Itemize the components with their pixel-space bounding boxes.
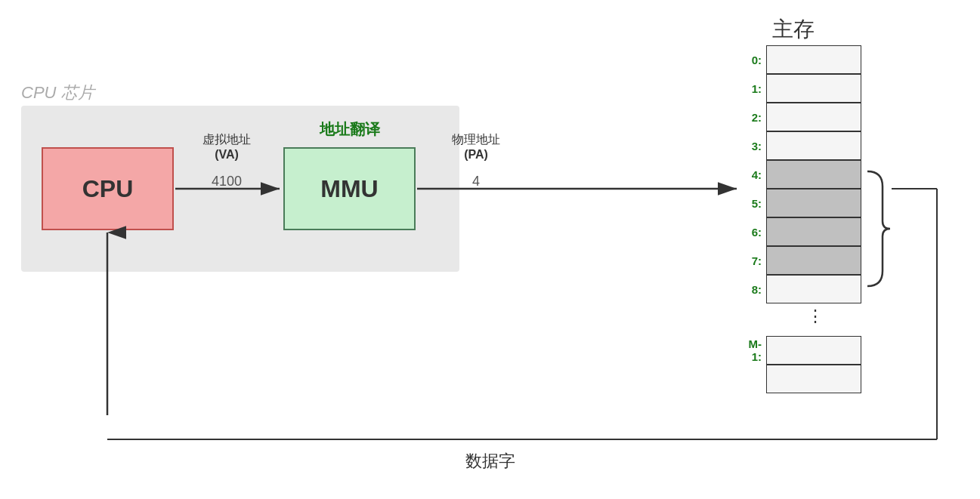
pa-value: 4 — [446, 174, 506, 189]
memory-row-label: 2: — [740, 103, 765, 131]
memory-row-cell — [766, 131, 861, 160]
memory-row: 8: — [740, 275, 861, 303]
memory-row-label: 1: — [740, 74, 765, 103]
memory-row-cell — [766, 160, 861, 189]
memory-row-m1-cell-bottom — [766, 365, 861, 393]
va-text: 虚拟地址 — [181, 132, 272, 148]
memory-row-label: 3: — [740, 131, 765, 160]
memory-row-label: 5: — [740, 189, 765, 217]
diagram-container: CPU 芯片 CPU 地址翻译 MMU 虚拟地址 (VA) 4100 物理地址 … — [0, 0, 980, 499]
memory-row: 4: — [740, 160, 861, 189]
memory-container: 0:1:2:3:4:5:6:7:8: — [740, 45, 861, 303]
memory-row-m1-bottom — [740, 365, 861, 393]
mmu-label: MMU — [320, 175, 378, 203]
va-value: 4100 — [181, 174, 272, 189]
data-word-label: 数据字 — [0, 450, 980, 473]
memory-m1-container: M-1: — [740, 336, 861, 393]
cpu-box: CPU — [42, 147, 174, 230]
memory-row-cell — [766, 103, 861, 131]
va-label: 虚拟地址 (VA) — [181, 132, 272, 162]
memory-row-label: 0: — [740, 45, 765, 74]
memory-row-m1-spacer — [740, 365, 765, 393]
mmu-box: MMU — [283, 147, 416, 230]
memory-row: 7: — [740, 246, 861, 275]
memory-row-label: 7: — [740, 246, 765, 275]
memory-row: 1: — [740, 74, 861, 103]
pa-label: 物理地址 (PA) — [431, 132, 521, 162]
memory-row: 2: — [740, 103, 861, 131]
memory-row: 5: — [740, 189, 861, 217]
addr-translate-label: 地址翻译 — [283, 119, 416, 140]
cpu-label: CPU — [82, 175, 134, 203]
main-memory-title: 主存 — [725, 15, 861, 44]
va-abbr: (VA) — [181, 148, 272, 162]
memory-row-cell — [766, 189, 861, 217]
memory-dots: ⋮ — [801, 306, 831, 326]
memory-row-m1-top: M-1: — [740, 336, 861, 365]
memory-row-cell — [766, 246, 861, 275]
memory-row: 6: — [740, 217, 861, 246]
memory-row-cell — [766, 74, 861, 103]
pa-abbr: (PA) — [431, 148, 521, 162]
pa-text: 物理地址 — [431, 132, 521, 148]
memory-row-label: 4: — [740, 160, 765, 189]
memory-row: 0: — [740, 45, 861, 74]
memory-row-m1-cell-top — [766, 336, 861, 365]
memory-row-label: 8: — [740, 275, 765, 303]
cpu-chip-label: CPU 芯片 — [21, 82, 94, 104]
memory-row-cell — [766, 45, 861, 74]
memory-row-m1-label: M-1: — [740, 336, 765, 365]
memory-row-label: 6: — [740, 217, 765, 246]
memory-row-cell — [766, 275, 861, 303]
memory-row: 3: — [740, 131, 861, 160]
memory-row-cell — [766, 217, 861, 246]
